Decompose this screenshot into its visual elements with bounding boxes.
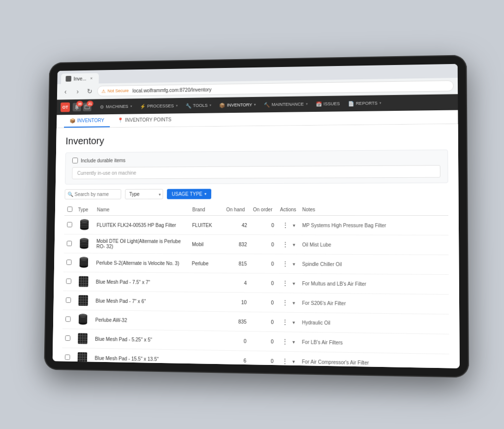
col-header-brand: Brand [189,204,223,215]
nav-item-maintenance[interactable]: 🔨 MAINTENANCE ▾ [260,99,312,109]
nav-item-machines[interactable]: ⚙ MACHINES ▾ [96,101,136,111]
sub-nav-inventory-icon: 📦 [69,118,75,123]
nav-item-reports[interactable]: 📄 REPORTS ▾ [344,98,386,108]
nav-item-processes[interactable]: ⚡ PROCESSES ▾ [136,101,182,111]
select-all-checkbox[interactable] [67,206,73,212]
more-actions-button[interactable]: ⋮ [280,336,290,347]
tab-label: Inve... [73,75,86,81]
item-onorder: 0 [271,358,274,363]
expand-button[interactable]: ▾ [292,240,296,248]
tab-close-button[interactable]: × [89,75,94,81]
more-actions-button[interactable]: ⋮ [280,317,290,327]
row-checkbox-3[interactable] [66,278,71,283]
item-onhand: 0 [244,338,247,343]
expand-button[interactable]: ▾ [292,260,296,267]
item-onhand: 815 [239,261,247,266]
item-notes: For LB's Air Filters [302,339,343,345]
forward-button[interactable]: › [73,86,82,96]
row-onhand-cell: 0 [222,330,250,350]
sub-nav-inventory-points[interactable]: 📍 INVENTORY POINTS [112,113,177,127]
expand-button[interactable]: ▾ [292,221,296,229]
durable-items-label: Include durable items [81,157,126,163]
tools-chevron: ▾ [210,103,212,107]
nav-item-issues[interactable]: 📅 ISSUES [312,99,344,108]
row-checkbox-6[interactable] [65,335,70,340]
expand-button[interactable]: ▾ [291,338,296,345]
type-select[interactable]: Type [125,189,163,199]
nav-label-machines: MACHINES [106,104,128,109]
more-actions-button[interactable]: ⋮ [280,278,290,288]
inventory-icon: 📦 [219,102,225,108]
expand-button[interactable]: ▾ [291,357,296,364]
item-onorder: 0 [271,338,274,344]
col-header-name: Name [94,204,189,215]
item-onorder: 0 [271,299,274,305]
nav-item-inventory[interactable]: 📦 INVENTORY ▾ [215,100,260,110]
row-brand-cell [189,272,222,292]
col-header-type: Type [75,204,94,215]
usage-type-button[interactable]: USAGE TYPE ▾ [167,189,211,199]
sub-nav-inventory[interactable]: 📦 INVENTORY [64,114,110,128]
nav-item-tools[interactable]: 🔧 TOOLS ▾ [182,100,216,110]
row-checkbox-5[interactable] [65,316,71,321]
item-onhand: 42 [242,222,247,228]
back-button[interactable]: ‹ [61,87,70,97]
item-brand: Perlube [192,260,209,265]
item-notes: For Air Compressor's Air Filter [302,359,369,365]
expand-button[interactable]: ▾ [291,279,296,287]
row-actions-cell: ⋮ ▾ [277,331,299,351]
durable-items-checkbox[interactable] [72,158,78,164]
table-header: Type Name Brand On hand On order Actions… [64,203,448,215]
table-row: Perlube S-2(Alternate is Velocite No. 3)… [63,253,449,274]
type-select-wrap: Type ▾ [125,189,163,199]
browser-tab[interactable]: Inve... × [61,73,99,84]
url-display: local.wolframmfg.com:8720/Inventory [132,87,212,93]
search-row: 🔍 Type ▾ USAGE TYPE ▾ [64,188,448,199]
row-onhand-cell: 815 [223,254,250,273]
action-buttons: ⋮ ▾ [280,297,296,308]
more-actions-button[interactable]: ⋮ [280,297,290,307]
item-notes: MP Systems High Pressure Bag Filter [302,222,386,228]
row-notes-cell: For Air Compressor's Air Filter [299,351,449,368]
row-checkbox-1[interactable] [66,240,72,246]
expand-button[interactable]: ▾ [291,298,296,306]
row-checkbox-7[interactable] [65,354,70,360]
row-actions-cell: ⋮ ▾ [277,351,299,368]
row-name-cell: Blue Mesh Pad - 15.5" x 13.5" [92,348,188,368]
notification-badge-2[interactable]: 21 [83,102,91,111]
item-onhand: 832 [239,241,247,247]
row-checkbox-4[interactable] [66,297,71,302]
address-bar[interactable]: ⚠ Not Secure local.wolframmfg.com:8720/I… [97,80,453,97]
table-row: FLUITEK FLK24-00535 HP Bag Filter FLUITE… [64,215,448,235]
svg-point-0 [76,109,77,110]
row-onorder-cell: 0 [250,273,277,293]
row-checkbox-cell [63,309,74,329]
row-name-cell: FLUITEK FLK24-00535 HP Bag Filter [94,215,189,234]
row-type-cell [73,348,92,367]
row-actions-cell: ⋮ ▾ [277,293,299,312]
item-onorder: 0 [271,222,274,228]
col-header-notes: Notes [299,203,448,215]
row-onhand-cell: 832 [223,234,250,254]
row-brand-cell: Perlube [189,253,223,272]
badge-count-2: 21 [87,100,93,106]
sub-nav-inventory-label: INVENTORY [77,117,104,123]
machine-filter[interactable]: Currently in-use on machine [72,165,441,179]
row-type-cell [73,329,92,348]
refresh-button[interactable]: ↻ [85,86,94,96]
row-brand-cell [188,350,222,368]
more-actions-button[interactable]: ⋮ [280,259,290,268]
row-checkbox-cell [62,329,73,348]
row-checkbox-0[interactable] [67,222,72,227]
col-header-onhand: On hand [223,204,251,215]
more-actions-button[interactable]: ⋮ [280,356,290,366]
row-checkbox-2[interactable] [66,259,72,264]
expand-button[interactable]: ▾ [291,318,296,326]
row-checkbox-cell [63,291,74,310]
more-actions-button[interactable]: ⋮ [280,220,291,230]
row-name-cell: Blue Mesh Pad - 7" x 6" [93,291,189,311]
more-actions-button[interactable]: ⋮ [280,239,291,249]
item-type-icon [76,351,89,364]
row-onhand-cell: 4 [222,273,250,293]
notification-badge-1[interactable]: 39 [73,102,81,111]
